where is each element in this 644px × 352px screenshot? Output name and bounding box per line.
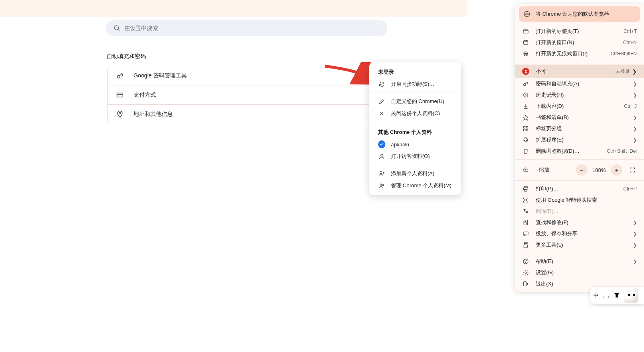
menu-item-label: 管理 Chrome 个人资料(M) [391,182,452,189]
zoom-icon [522,166,529,174]
chevron-right-icon: ❯ [633,243,637,248]
gear-icon [522,269,529,276]
menu-item-enable-sync[interactable]: 开启同步功能(S)… [369,78,461,90]
menu-item-label: 打开访客资料(O) [391,153,430,160]
download-icon [522,103,529,110]
menu-item-label: 退出(X) [536,280,637,287]
menu-separator [515,180,644,181]
svg-rect-29 [526,127,528,128]
menu-item-extensions[interactable]: 扩展程序(E) ❯ [515,134,644,146]
shirt-icon[interactable] [614,292,620,299]
svg-point-13 [383,184,384,186]
menu-item-cast-save-share[interactable]: 投放、保存和分享 ❯ [515,228,644,239]
svg-line-33 [527,171,528,172]
card-row-password-manager[interactable]: Google 密码管理工具 [108,66,387,85]
chevron-right-icon: ❯ [633,81,637,87]
menu-item-clear-data[interactable]: 删除浏览数据(D)… Ctrl+Shift+Del [515,146,644,157]
svg-rect-40 [524,220,527,225]
ime-toolbar[interactable]: 中 。, [590,287,644,304]
menu-item-lens[interactable]: 使用 Google 智能镜头搜索 [515,194,644,206]
history-icon [522,91,529,99]
menu-item-label: 使用 Google 智能镜头搜索 [536,196,637,204]
menu-item-tab-groups[interactable]: 标签页分组 ❯ [515,123,644,134]
menu-item-settings[interactable]: 设置(G) [515,267,644,278]
guest-icon [378,153,385,160]
menu-item-guest[interactable]: 打开访客资料(O) [369,150,461,162]
menu-item-current-profile[interactable]: 小可 未登录 ❯ [515,65,644,78]
cast-icon [522,230,529,237]
menu-item-shortcut: Ctrl+Shift+N [611,51,637,57]
menu-item-downloads[interactable]: 下载内容(D) Ctrl+J [515,101,644,112]
menu-item-profile-apkpoki[interactable]: apkpoki [369,138,461,150]
profile-name: 小可 [536,68,616,75]
menu-item-incognito[interactable]: 打开新的无痕式窗口(I) Ctrl+Shift+N [515,48,644,59]
key-icon [522,80,529,87]
svg-marker-27 [523,115,528,120]
menu-item-help[interactable]: 帮助(E) ❯ [515,256,644,267]
menu-item-customize-chrome[interactable]: 自定义您的 Chrome(U) [369,95,461,107]
card-row-payment[interactable]: 支付方式 [108,85,387,105]
profile-avatar-icon [522,68,529,75]
translate-icon [522,208,529,215]
settings-search-box[interactable] [106,20,387,36]
ime-lang[interactable]: 中 [593,292,599,299]
card-row-addresses[interactable]: 地址和其他信息 [108,105,387,124]
menu-item-label: 密码和自动填充(A) [536,80,631,87]
window-icon [522,39,529,46]
menu-item-label: 帮助(E) [536,258,631,265]
menu-item-add-profile[interactable]: 添加新个人资料(A) [369,168,461,180]
ime-pet-icon[interactable] [624,288,638,303]
print-icon [522,185,529,192]
menu-item-zoom: 缩放 − 100% + [515,162,644,178]
menu-item-label: 自定义您的 Chrome(U) [391,98,444,105]
svg-point-8 [381,154,383,156]
zoom-in-button[interactable]: + [611,164,622,176]
help-icon [522,258,529,265]
menu-item-label: 关闭这份个人资料(C) [391,110,440,117]
card-row-label: Google 密码管理工具 [134,72,187,79]
menu-item-label: 添加新个人资料(A) [391,170,434,177]
menu-separator [369,165,461,165]
search-icon [113,24,120,32]
menu-item-new-window[interactable]: 打开新的窗口(N) Ctrl+N [515,37,644,48]
menu-item-find[interactable]: 查找和修改(F) ❯ [515,217,644,228]
menu-separator [369,93,461,93]
sync-icon [378,81,385,88]
menu-item-label: 更多工具(L) [536,241,631,249]
menu-item-passwords-autofill[interactable]: 密码和自动填充(A) ❯ [515,78,644,89]
close-icon [378,110,385,117]
chevron-right-icon: ❯ [632,69,637,75]
menu-item-history[interactable]: 历史记录(H) ❯ [515,89,644,101]
card-row-label: 地址和其他信息 [134,111,173,118]
star-icon [522,114,529,121]
menu-item-more-tools[interactable]: 更多工具(L) ❯ [515,239,644,251]
svg-point-12 [380,184,382,185]
section-title-autofill: 自动填充和密码 [107,53,146,60]
settings-search-input[interactable] [124,25,380,31]
profile-avatar-icon [378,141,385,148]
default-browser-banner[interactable]: 将 Chrome 设为您的默认浏览器 [519,6,640,22]
menu-item-close-profile[interactable]: 关闭这份个人资料(C) [369,107,461,119]
svg-rect-28 [524,127,525,128]
ime-punct[interactable]: 。, [603,292,610,299]
svg-rect-44 [524,243,527,244]
menu-item-label: 标签页分组 [536,125,631,132]
zoom-out-button[interactable]: − [576,164,587,176]
menu-item-print[interactable]: 打印(P)… Ctrl+P [515,183,644,194]
menu-item-new-tab[interactable]: 打开新的标签页(T) Ctrl+T [515,26,644,37]
chevron-right-icon: ❯ [633,126,637,131]
svg-rect-48 [524,282,527,286]
fullscreen-button[interactable] [628,166,637,174]
menu-item-manage-profiles[interactable]: 管理 Chrome 个人资料(M) [369,180,461,192]
menu-item-label: 书签和清单(B) [536,114,631,121]
menu-item-label: 打印(P)… [536,185,623,192]
chevron-right-icon: ❯ [633,138,637,143]
svg-rect-38 [525,189,527,191]
credit-card-icon [116,91,124,99]
svg-line-17 [525,14,526,15]
svg-rect-20 [524,40,528,44]
trash-icon [522,148,529,155]
menu-item-bookmarks[interactable]: 书签和清单(B) ❯ [515,112,644,123]
chevron-right-icon: ❯ [633,93,637,98]
menu-item-label: 删除浏览数据(D)… [536,148,607,155]
